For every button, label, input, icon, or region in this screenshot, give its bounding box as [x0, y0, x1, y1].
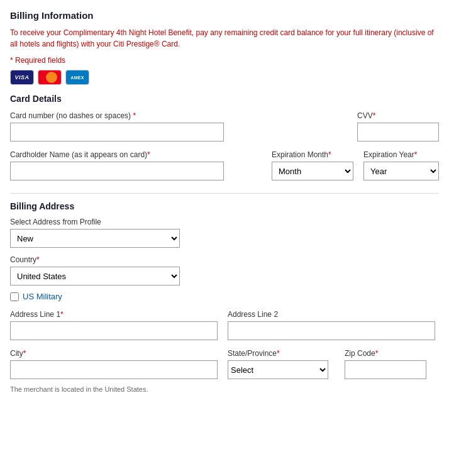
cardholder-name-label: Cardholder Name (as it appears on card)*: [10, 150, 262, 159]
cvv-group: CVV*: [357, 111, 439, 141]
profile-select-group: Select Address from Profile New: [10, 218, 439, 255]
card-number-group: Card number (no dashes or spaces) *: [10, 111, 347, 141]
page-title: Billing Information: [10, 10, 439, 21]
card-details-section: Card Details Card number (no dashes or s…: [10, 94, 439, 180]
address-lines-row: Address Line 1* Address Line 2: [10, 310, 439, 340]
city-label: City*: [10, 349, 218, 358]
required-symbol: *: [10, 56, 15, 65]
address-line2-input[interactable]: [228, 321, 435, 340]
profile-select[interactable]: New: [10, 229, 180, 248]
cvv-label: CVV*: [357, 111, 439, 120]
card-icons: VISA AMEX: [10, 70, 439, 85]
exp-month-label: Expiration Month*: [272, 150, 353, 159]
zip-input[interactable]: [345, 360, 426, 379]
city-group: City*: [10, 349, 218, 379]
required-note: * Required fields: [10, 56, 439, 65]
billing-address-section: Billing Address Select Address from Prof…: [10, 201, 439, 379]
exp-year-select[interactable]: Year 2024 2025 2026 2027 2028 2029: [363, 162, 439, 180]
state-select[interactable]: Select Alabama Alaska Arizona California…: [228, 360, 328, 379]
card-details-title: Card Details: [10, 94, 439, 104]
country-group: Country* United States Canada United Kin…: [10, 255, 439, 285]
exp-year-group: Expiration Year* Year 2024 2025 2026 202…: [363, 150, 439, 180]
cardholder-exp-row: Cardholder Name (as it appears on card)*…: [10, 150, 439, 180]
city-state-zip-row: City* State/Province* Select Alabama Ala…: [10, 349, 439, 379]
merchant-note: The merchant is located in the United St…: [10, 385, 439, 393]
zip-group: Zip Code*: [345, 349, 433, 379]
address-line1-group: Address Line 1*: [10, 310, 218, 340]
exp-month-group: Expiration Month* Month 01 - January 02 …: [272, 150, 353, 180]
card-number-label: Card number (no dashes or spaces) *: [10, 111, 347, 120]
amex-icon: AMEX: [65, 70, 89, 85]
cardholder-name-group: Cardholder Name (as it appears on card)*: [10, 150, 262, 180]
cardholder-name-input[interactable]: [10, 162, 224, 180]
address-line1-label: Address Line 1*: [10, 310, 218, 319]
state-label: State/Province*: [228, 349, 335, 358]
billing-address-title: Billing Address: [10, 201, 439, 211]
intro-text: To receive your Complimentary 4th Night …: [10, 27, 439, 50]
us-military-checkbox[interactable]: [10, 292, 19, 301]
address-line1-input[interactable]: [10, 321, 218, 340]
mastercard-icon: [38, 70, 62, 85]
cvv-input[interactable]: [357, 123, 439, 141]
us-military-row: US Military: [10, 292, 439, 301]
card-number-input[interactable]: [10, 123, 224, 141]
city-input[interactable]: [10, 360, 218, 379]
zip-label: Zip Code*: [345, 349, 433, 358]
country-label: Country*: [10, 255, 439, 264]
address-line2-label: Address Line 2: [228, 310, 435, 319]
visa-icon: VISA: [10, 70, 34, 85]
address-line2-group: Address Line 2: [228, 310, 435, 340]
card-number-cvv-row: Card number (no dashes or spaces) * CVV*: [10, 111, 439, 141]
profile-select-label: Select Address from Profile: [10, 218, 439, 226]
state-group: State/Province* Select Alabama Alaska Ar…: [228, 349, 335, 379]
divider: [10, 193, 439, 194]
us-military-label[interactable]: US Military: [23, 292, 62, 301]
country-select[interactable]: United States Canada United Kingdom Aust…: [10, 267, 180, 285]
exp-month-select[interactable]: Month 01 - January 02 - February 03 - Ma…: [272, 162, 353, 180]
exp-year-label: Expiration Year*: [363, 150, 439, 159]
